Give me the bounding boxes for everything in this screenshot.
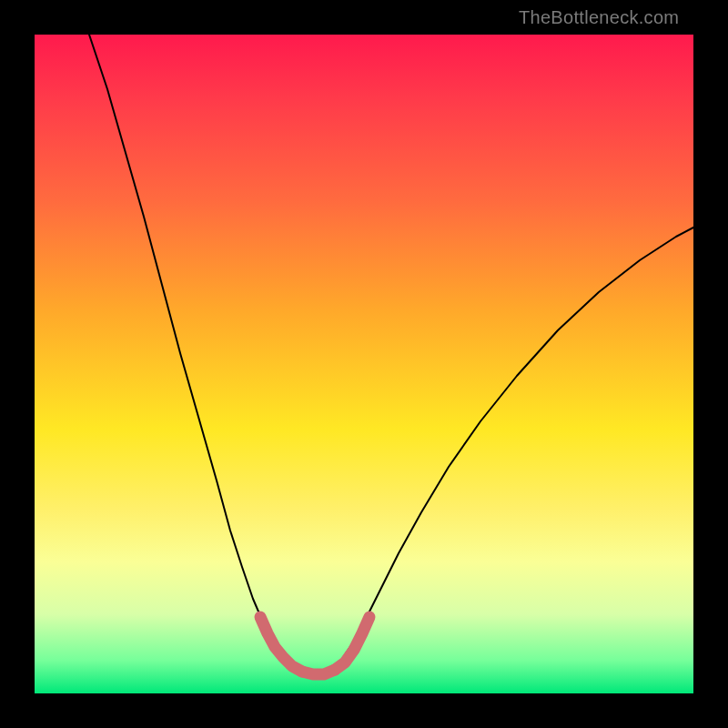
plot-area	[35, 35, 693, 693]
chart-svg	[35, 35, 693, 693]
series-marker-right	[335, 617, 369, 670]
watermark-text: TheBottleneck.com	[519, 7, 679, 28]
series-curve-left	[89, 35, 280, 653]
series-marker-left	[260, 617, 302, 672]
series-curve-right	[346, 228, 693, 653]
outer-frame: TheBottleneck.com	[0, 0, 728, 728]
